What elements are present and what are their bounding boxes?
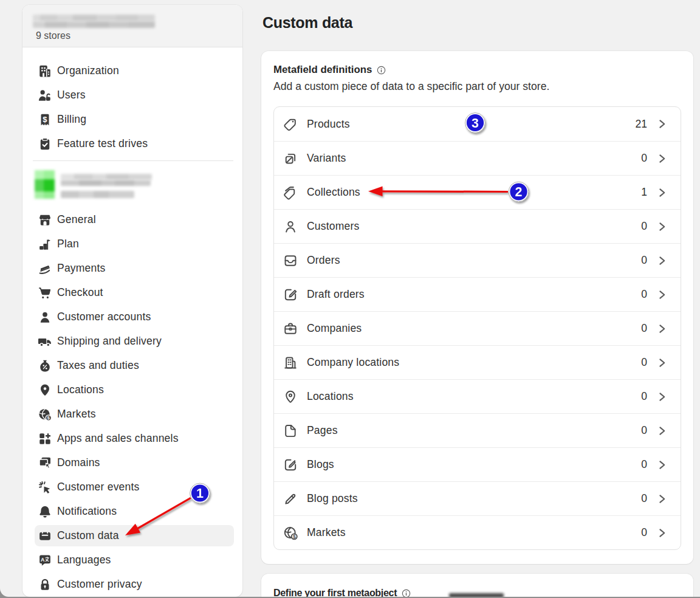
svg-text:$: $ (293, 533, 296, 539)
svg-text:A: A (41, 557, 45, 563)
svg-text:$: $ (43, 115, 47, 124)
svg-text:$: $ (47, 415, 50, 421)
